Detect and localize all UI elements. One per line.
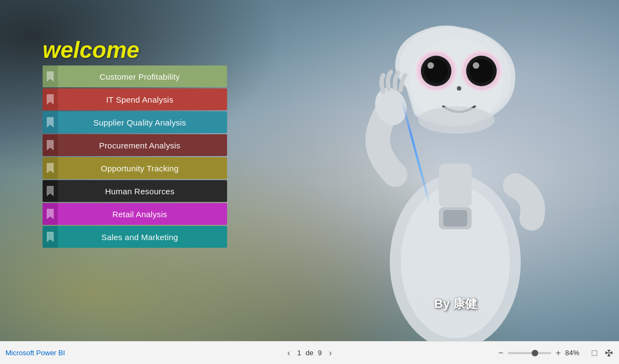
menu-item-supplier-quality-analysis[interactable]: Supplier Quality Analysis (43, 111, 227, 133)
bookmark-icon (43, 180, 58, 202)
page-current: 1 (297, 349, 301, 357)
bookmark-icon (43, 88, 58, 110)
svg-point-14 (457, 86, 461, 91)
svg-point-13 (473, 62, 479, 69)
navigation-menu: Customer Profitability IT Spend Analysis… (43, 65, 227, 249)
powerbi-link[interactable]: Microsoft Power BI (5, 349, 65, 357)
page-separator: de (306, 349, 313, 357)
zoom-in-button[interactable]: + (555, 347, 562, 359)
svg-rect-2 (439, 164, 472, 207)
bookmark-icon (43, 65, 58, 87)
menu-item-customer-profitability[interactable]: Customer Profitability (43, 65, 227, 87)
author-label: By 康健 (435, 296, 477, 312)
pagination-controls: ‹ 1 de 9 › (284, 347, 335, 359)
fullscreen-icon[interactable]: ⧾ (605, 348, 614, 358)
bookmark-icon (43, 157, 58, 179)
zoom-controls: − + 84% □ ⧾ (497, 347, 614, 359)
menu-item-label: Retail Analysis (58, 210, 227, 219)
svg-rect-17 (443, 210, 467, 226)
fit-page-icon[interactable]: □ (592, 348, 597, 358)
menu-item-opportunity-tracking[interactable]: Opportunity Tracking (43, 157, 227, 179)
menu-item-label: Procurement Analysis (58, 141, 227, 150)
robot-illustration (248, 0, 619, 344)
menu-item-label: Customer Profitability (58, 72, 227, 81)
menu-item-label: Opportunity Tracking (58, 164, 227, 173)
menu-item-label: Sales and Marketing (58, 232, 227, 242)
svg-point-15 (418, 106, 495, 134)
menu-item-label: Human Resources (58, 187, 227, 196)
menu-item-sales-and-marketing[interactable]: Sales and Marketing (43, 226, 227, 248)
menu-item-label: Supplier Quality Analysis (58, 118, 227, 127)
menu-item-retail-analysis[interactable]: Retail Analysis (43, 203, 227, 225)
bottom-bar: Microsoft Power BI ‹ 1 de 9 › − + 84% □ … (0, 341, 619, 364)
menu-item-label: IT Spend Analysis (58, 95, 227, 104)
bookmark-icon (43, 226, 58, 248)
zoom-out-button[interactable]: − (497, 347, 504, 359)
next-page-button[interactable]: › (326, 347, 334, 359)
menu-item-it-spend-analysis[interactable]: IT Spend Analysis (43, 88, 227, 110)
bookmark-icon (43, 203, 58, 225)
zoom-slider[interactable] (508, 352, 551, 354)
page-total: 9 (318, 349, 322, 357)
zoom-value: 84% (565, 349, 584, 357)
prev-page-button[interactable]: ‹ (284, 347, 293, 359)
svg-point-12 (469, 59, 493, 83)
zoom-thumb (532, 350, 538, 356)
svg-point-7 (424, 59, 448, 83)
bookmark-icon (43, 134, 58, 156)
svg-point-8 (427, 62, 434, 69)
welcome-heading: welcome (43, 37, 139, 63)
menu-item-procurement-analysis[interactable]: Procurement Analysis (43, 134, 227, 156)
menu-item-human-resources[interactable]: Human Resources (43, 180, 227, 202)
bookmark-icon (43, 111, 58, 133)
